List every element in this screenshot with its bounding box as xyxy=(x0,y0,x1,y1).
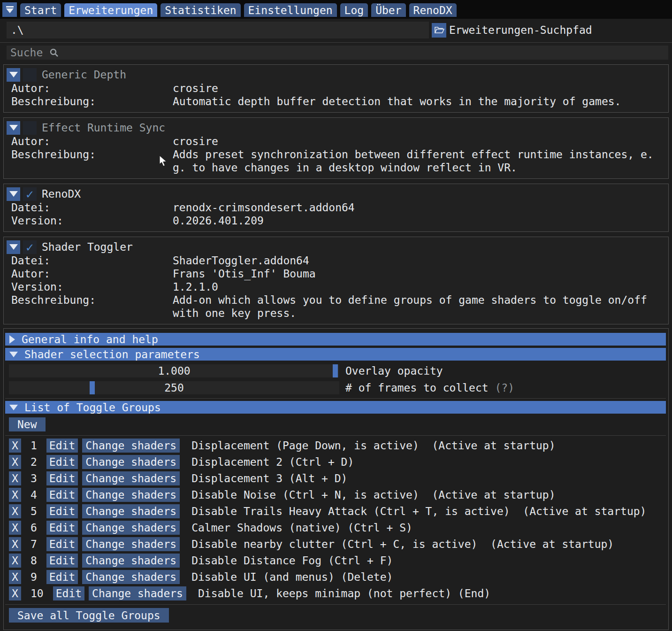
slider-grab[interactable] xyxy=(90,381,95,394)
slider-grab[interactable] xyxy=(333,364,338,377)
slider-value: 250 xyxy=(9,381,339,394)
addon-enabled-checkbox[interactable]: ✓ xyxy=(23,187,37,201)
addon-shader-toggler: ✓ Shader Toggler Datei:ShaderToggler.add… xyxy=(3,237,669,324)
tab-einstellungen[interactable]: Einstellungen xyxy=(244,3,337,17)
addon-enabled-checkbox[interactable]: ✓ xyxy=(23,121,37,135)
field-label: Datei: xyxy=(11,254,173,267)
group-index: 5 xyxy=(31,505,37,517)
field-value: 0.2026.401.209 xyxy=(173,214,264,227)
group-description: Disable Distance Fog (Ctrl + F) xyxy=(191,554,393,567)
delete-group-button[interactable]: X xyxy=(9,504,21,518)
edit-group-button[interactable]: Edit xyxy=(46,471,78,485)
toggle-group-row: X 1 Edit Change shaders Displacement (Pa… xyxy=(9,439,666,453)
section-list-of-toggle-groups[interactable]: List of Toggle Groups xyxy=(5,401,666,414)
tab-renodx[interactable]: RenoDX xyxy=(409,3,457,17)
addon-generic-depth: ✓ Generic Depth Autor:crosire Beschreibu… xyxy=(3,64,669,113)
addon-renodx: ✓ RenoDX Datei:renodx-crimsondesert.addo… xyxy=(3,184,669,232)
change-shaders-button[interactable]: Change shaders xyxy=(82,471,180,485)
frames-to-collect-slider[interactable]: 250 xyxy=(9,381,339,394)
edit-group-button[interactable]: Edit xyxy=(46,488,78,502)
chevron-down-icon xyxy=(9,72,18,77)
group-index: 2 xyxy=(31,456,37,468)
group-description: Displacement (Page Down, is active) (Act… xyxy=(191,439,555,452)
delete-group-button[interactable]: X xyxy=(9,471,21,485)
delete-group-button[interactable]: X xyxy=(9,488,21,502)
expand-addon-button[interactable] xyxy=(7,240,20,254)
help-hint: (?) xyxy=(495,382,515,394)
edit-group-button[interactable]: Edit xyxy=(46,504,78,518)
chevron-down-icon xyxy=(9,352,18,357)
change-shaders-button[interactable]: Change shaders xyxy=(82,570,180,584)
tab-start[interactable]: Start xyxy=(20,3,61,17)
overlay-opacity-slider[interactable]: 1.000 xyxy=(9,364,339,377)
addon-enabled-checkbox[interactable]: ✓ xyxy=(23,240,37,254)
field-label: Beschreibung: xyxy=(11,148,173,174)
tab-statistiken[interactable]: Statistiken xyxy=(160,3,240,17)
edit-group-button[interactable]: Edit xyxy=(46,455,78,469)
edit-group-button[interactable]: Edit xyxy=(46,554,78,568)
check-icon: ✓ xyxy=(26,241,33,254)
addon-search-path-input[interactable]: .\ xyxy=(7,22,429,38)
section-general-info[interactable]: General info and help xyxy=(5,333,666,346)
group-index: 6 xyxy=(31,522,37,534)
search-input[interactable]: Suche xyxy=(7,46,668,60)
slider-label: Overlay opacity xyxy=(345,365,443,377)
addon-effect-runtime-sync: ✓ Effect Runtime Sync Autor:crosire Besc… xyxy=(3,117,669,179)
new-toggle-group-button[interactable]: New xyxy=(9,417,46,431)
chevron-down-icon xyxy=(9,191,18,197)
delete-group-button[interactable]: X xyxy=(9,554,21,568)
toggle-group-row: X 10 Edit Change shaders Disable UI, kee… xyxy=(9,586,666,600)
save-all-toggle-groups-button[interactable]: Save all Toggle Groups xyxy=(9,608,169,623)
field-label: Datei: xyxy=(11,201,173,214)
group-description: Disable Trails Heavy Attack (Ctrl + T, i… xyxy=(191,505,646,517)
search-path-label: Erweiterungen-Suchpfad xyxy=(449,24,592,36)
folder-browse-button[interactable] xyxy=(432,23,446,38)
expand-addon-button[interactable] xyxy=(7,121,20,135)
expand-addon-button[interactable] xyxy=(7,68,20,82)
field-value: Automatic depth buffer detection that wo… xyxy=(173,95,621,108)
delete-group-button[interactable]: X xyxy=(9,586,21,600)
toggle-group-row: X 4 Edit Change shaders Disable Noise (C… xyxy=(9,488,666,502)
addon-enabled-checkbox[interactable]: ✓ xyxy=(23,68,37,82)
change-shaders-button[interactable]: Change shaders xyxy=(82,455,180,469)
field-label: Autor: xyxy=(11,135,173,148)
tab-ueber[interactable]: Über xyxy=(371,3,405,17)
field-label: Autor: xyxy=(11,267,173,280)
change-shaders-button[interactable]: Change shaders xyxy=(89,586,186,600)
change-shaders-button[interactable]: Change shaders xyxy=(82,537,180,551)
delete-group-button[interactable]: X xyxy=(9,537,21,551)
collapse-window-button[interactable] xyxy=(2,2,17,17)
tab-erweiterungen[interactable]: Erweiterungen xyxy=(64,3,157,17)
group-description: Disable nearby clutter (Ctrl + C, is act… xyxy=(191,538,614,550)
delete-group-button[interactable]: X xyxy=(9,521,21,535)
divider xyxy=(5,435,666,436)
divider xyxy=(5,604,666,605)
edit-group-button[interactable]: Edit xyxy=(46,537,78,551)
group-index: 9 xyxy=(31,571,37,583)
addon-title: Effect Runtime Sync xyxy=(42,122,165,134)
change-shaders-button[interactable]: Change shaders xyxy=(82,504,180,518)
section-label: Shader selection parameters xyxy=(24,348,200,361)
slider-value: 1.000 xyxy=(9,364,339,377)
tab-log[interactable]: Log xyxy=(340,3,368,17)
search-icon xyxy=(50,48,59,57)
change-shaders-button[interactable]: Change shaders xyxy=(82,439,180,453)
delete-group-button[interactable]: X xyxy=(9,455,21,469)
edit-group-button[interactable]: Edit xyxy=(46,521,78,535)
section-shader-selection-parameters[interactable]: Shader selection parameters xyxy=(5,348,666,361)
delete-group-button[interactable]: X xyxy=(9,439,21,453)
change-shaders-button[interactable]: Change shaders xyxy=(82,488,180,502)
edit-group-button[interactable]: Edit xyxy=(53,586,84,600)
group-index: 10 xyxy=(31,587,44,600)
group-description: Disable UI (and menus) (Delete) xyxy=(191,571,393,583)
group-index: 1 xyxy=(31,439,37,452)
expand-addon-button[interactable] xyxy=(7,187,20,201)
edit-group-button[interactable]: Edit xyxy=(46,570,78,584)
toggle-group-row: X 3 Edit Change shaders Displacement 3 (… xyxy=(9,471,666,485)
edit-group-button[interactable]: Edit xyxy=(46,439,78,453)
change-shaders-button[interactable]: Change shaders xyxy=(82,554,180,568)
addon-title: Generic Depth xyxy=(42,69,126,81)
slider-label: # of frames to collect (?) xyxy=(345,382,514,394)
delete-group-button[interactable]: X xyxy=(9,570,21,584)
change-shaders-button[interactable]: Change shaders xyxy=(82,521,180,535)
